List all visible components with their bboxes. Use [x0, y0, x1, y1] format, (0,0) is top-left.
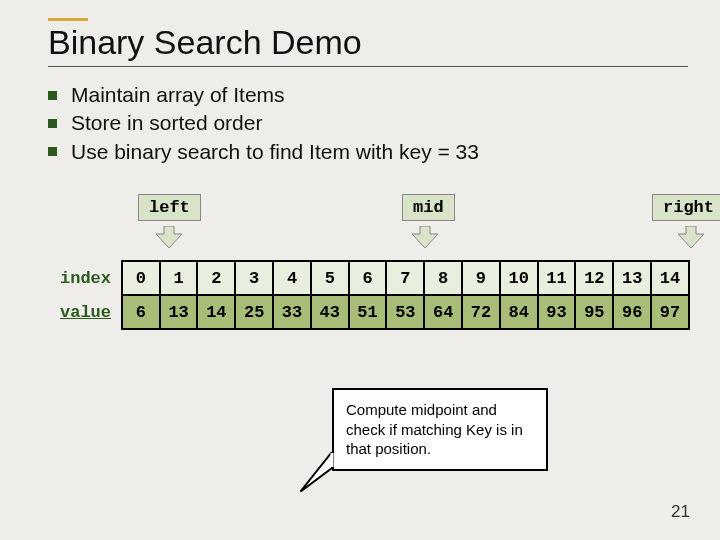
- index-cell: 9: [462, 261, 500, 295]
- svg-marker-1: [412, 226, 438, 248]
- value-cell: 64: [424, 295, 462, 329]
- array-table-wrap: index 0 1 2 3 4 5 6 7 8 9 10 11 12 13 14…: [60, 260, 690, 330]
- index-cell: 2: [197, 261, 235, 295]
- page-number: 21: [671, 502, 690, 522]
- index-row: index 0 1 2 3 4 5 6 7 8 9 10 11 12 13 14: [60, 261, 689, 295]
- index-cell: 0: [122, 261, 160, 295]
- bullet-text: Maintain array of Items: [71, 81, 285, 109]
- svg-marker-3: [300, 452, 332, 492]
- square-bullet-icon: [48, 91, 57, 100]
- slide-title: Binary Search Demo: [48, 23, 690, 64]
- pointer-labels-row: left mid right: [100, 194, 690, 234]
- index-cell: 8: [424, 261, 462, 295]
- arrow-down-icon: [412, 226, 438, 248]
- callout-text: Compute midpoint and check if matching K…: [346, 401, 523, 457]
- value-cell: 72: [462, 295, 500, 329]
- bullet-item: Store in sorted order: [48, 109, 690, 137]
- title-underline: [48, 66, 688, 67]
- value-row-label: value: [60, 295, 122, 329]
- index-cell: 1: [160, 261, 198, 295]
- left-pointer-label: left: [138, 194, 201, 221]
- value-cell: 43: [311, 295, 349, 329]
- index-cell: 11: [538, 261, 576, 295]
- value-cell: 13: [160, 295, 198, 329]
- callout-tail-icon: [300, 452, 340, 496]
- value-cell: 6: [122, 295, 160, 329]
- callout-box: Compute midpoint and check if matching K…: [332, 388, 548, 471]
- array-table: index 0 1 2 3 4 5 6 7 8 9 10 11 12 13 14…: [60, 260, 690, 330]
- bullet-text: Use binary search to find Item with key …: [71, 138, 479, 166]
- title-accent-rule: [48, 18, 88, 21]
- value-cell: 97: [651, 295, 689, 329]
- value-cell: 33: [273, 295, 311, 329]
- square-bullet-icon: [48, 147, 57, 156]
- right-pointer-label: right: [652, 194, 720, 221]
- value-cell: 84: [500, 295, 538, 329]
- index-cell: 7: [386, 261, 424, 295]
- svg-marker-2: [678, 226, 704, 248]
- bullet-item: Use binary search to find Item with key …: [48, 138, 690, 166]
- index-cell: 6: [349, 261, 387, 295]
- index-cell: 14: [651, 261, 689, 295]
- value-cell: 14: [197, 295, 235, 329]
- value-row: value 6 13 14 25 33 43 51 53 64 72 84 93…: [60, 295, 689, 329]
- mid-pointer-label: mid: [402, 194, 455, 221]
- arrow-down-icon: [156, 226, 182, 248]
- index-cell: 13: [613, 261, 651, 295]
- value-cell: 51: [349, 295, 387, 329]
- index-cell: 10: [500, 261, 538, 295]
- value-cell: 53: [386, 295, 424, 329]
- index-cell: 4: [273, 261, 311, 295]
- square-bullet-icon: [48, 119, 57, 128]
- index-row-label: index: [60, 261, 122, 295]
- value-cell: 93: [538, 295, 576, 329]
- bullet-item: Maintain array of Items: [48, 81, 690, 109]
- arrow-down-icon: [678, 226, 704, 248]
- value-cell: 96: [613, 295, 651, 329]
- index-cell: 5: [311, 261, 349, 295]
- bullet-list: Maintain array of Items Store in sorted …: [48, 81, 690, 166]
- index-cell: 3: [235, 261, 273, 295]
- svg-marker-0: [156, 226, 182, 248]
- index-cell: 12: [575, 261, 613, 295]
- value-cell: 95: [575, 295, 613, 329]
- bullet-text: Store in sorted order: [71, 109, 262, 137]
- value-cell: 25: [235, 295, 273, 329]
